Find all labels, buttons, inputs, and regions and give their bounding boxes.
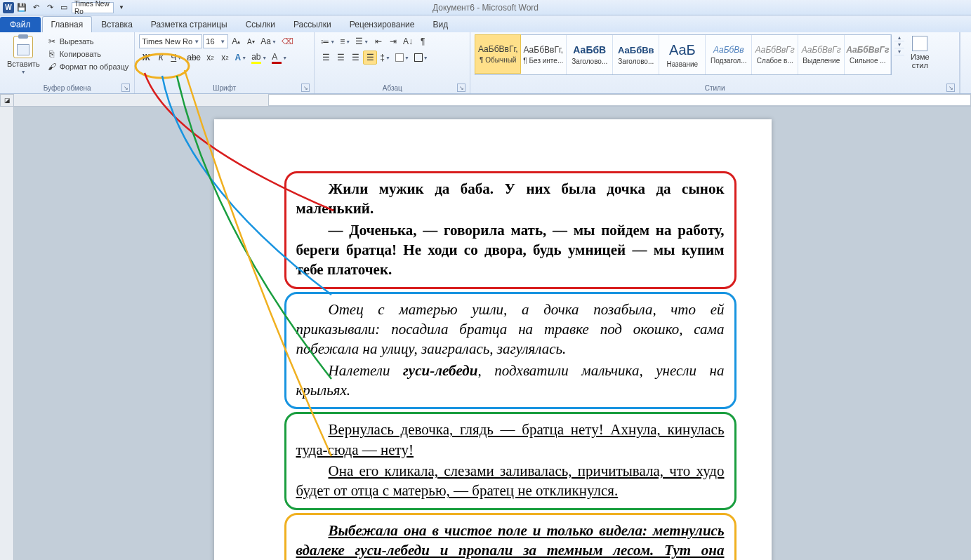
- tab-Ссылки[interactable]: Ссылки: [237, 16, 284, 32]
- style-sample: АаБбВ: [573, 44, 606, 55]
- font-name-combo[interactable]: Times New Ro▼: [139, 34, 202, 48]
- justify-button[interactable]: ☰: [363, 51, 377, 65]
- style-sample: АаБбВвГг,: [478, 44, 518, 54]
- strikethrough-button[interactable]: abc: [185, 51, 202, 65]
- font-color-button[interactable]: A▼: [270, 51, 289, 65]
- styles-gallery[interactable]: АаБбВвГг,¶ ОбычныйАаБбВвГг,¶ Без инте...…: [475, 34, 892, 75]
- tab-Вставка[interactable]: Вставка: [92, 16, 142, 32]
- style-name: Выделение: [802, 57, 840, 65]
- style-sample: АаБбВв: [713, 45, 744, 55]
- tab-Рецензирование[interactable]: Рецензирование: [341, 16, 424, 32]
- grow-font-button[interactable]: A▴: [229, 34, 243, 48]
- superscript-button[interactable]: x2: [218, 51, 232, 65]
- sort-button[interactable]: A↓: [401, 34, 415, 48]
- style-card[interactable]: АаБбВвГгВыделение: [798, 35, 845, 74]
- qat-font-value: Times New Ro: [74, 0, 111, 15]
- brush-icon: 🖌: [47, 62, 57, 72]
- tab-Вид[interactable]: Вид: [423, 16, 457, 32]
- style-card[interactable]: АаБбВвЗаголово...: [613, 35, 659, 74]
- clipboard-dialog-launcher[interactable]: ↘: [121, 84, 130, 92]
- bullets-button[interactable]: ≔▼: [319, 34, 337, 48]
- redo-icon[interactable]: ↷: [44, 1, 56, 14]
- cut-label: Вырезать: [60, 37, 94, 46]
- font-size-combo[interactable]: 16▼: [203, 34, 228, 48]
- text-effects-button[interactable]: A▼: [233, 51, 249, 65]
- style-name: Название: [666, 60, 698, 68]
- file-tab[interactable]: Файл: [0, 17, 41, 32]
- line-spacing-button[interactable]: ‡▼: [378, 51, 392, 65]
- save-icon[interactable]: 💾: [15, 1, 28, 14]
- qat-customize-icon[interactable]: ▼: [115, 1, 128, 14]
- style-card[interactable]: АаБНазвание: [659, 35, 706, 74]
- copy-button[interactable]: ⎘Копировать: [46, 48, 131, 60]
- ribbon-right-edge: [960, 32, 971, 93]
- style-name: ¶ Обычный: [480, 56, 516, 64]
- decrease-indent-button[interactable]: ⇤: [371, 34, 385, 48]
- title-bar: W 💾 ↶ ↷ ▭ Times New Ro ▼ Документ6 - Mic…: [0, 0, 971, 15]
- style-card[interactable]: АаБбВвГг,¶ Обычный: [475, 34, 521, 74]
- change-styles-button[interactable]: Изме стил: [907, 34, 932, 71]
- tab-Рассылки[interactable]: Рассылки: [284, 16, 341, 32]
- style-sample: АаБбВвГг: [802, 45, 841, 55]
- ribbon-tabs: Файл ГлавнаяВставкаРазметка страницыСсыл…: [0, 15, 971, 32]
- paragraph-dialog-launcher[interactable]: ↘: [457, 84, 465, 92]
- font-dialog-launcher[interactable]: ↘: [301, 84, 310, 92]
- change-styles-icon: [912, 36, 927, 51]
- numbering-button[interactable]: ≡▼: [338, 34, 352, 48]
- tab-Разметка страницы[interactable]: Разметка страницы: [142, 16, 237, 32]
- styles-scroll[interactable]: ▴▾▾: [894, 34, 904, 55]
- clear-formatting-button[interactable]: ⌫: [279, 34, 296, 48]
- ribbon: Вставить ▼ ✂Вырезать ⎘Копировать 🖌Формат…: [0, 32, 971, 94]
- style-name: Заголово...: [618, 58, 654, 65]
- align-left-button[interactable]: ☰: [319, 51, 333, 65]
- undo-icon[interactable]: ↶: [29, 1, 42, 14]
- style-name: Заголово...: [572, 58, 607, 65]
- shrink-font-button[interactable]: A▾: [244, 34, 258, 48]
- paste-label: Вставить: [7, 60, 40, 68]
- paste-button[interactable]: Вставить ▼: [4, 34, 43, 76]
- scissors-icon: ✂: [47, 36, 57, 46]
- group-clipboard-label: Буфер обмена↘: [4, 84, 130, 93]
- style-card[interactable]: АаБбВЗаголово...: [567, 35, 613, 74]
- highlight-button[interactable]: ab▼: [249, 51, 269, 65]
- qat-font-combo[interactable]: Times New Ro: [72, 2, 114, 13]
- style-card[interactable]: АаБбВвГг,¶ Без инте...: [520, 35, 567, 74]
- word-app-icon[interactable]: W: [3, 2, 14, 13]
- style-sample: АаБбВв: [618, 45, 654, 55]
- new-doc-icon[interactable]: ▭: [58, 1, 70, 14]
- group-font: Times New Ro▼ 16▼ A▴ A▾ Aa▼ ⌫ Ж К Ч▼ abc…: [135, 32, 315, 93]
- shading-button[interactable]: ▼: [393, 51, 411, 65]
- underline-button[interactable]: Ч▼: [169, 51, 184, 65]
- style-sample: АаБбВвГг,: [523, 45, 563, 55]
- style-card[interactable]: АаБбВвГгСильное ...: [845, 35, 891, 74]
- tab-Главная[interactable]: Главная: [42, 16, 93, 32]
- show-marks-button[interactable]: ¶: [416, 34, 430, 48]
- styles-dialog-launcher[interactable]: ↘: [946, 84, 955, 92]
- italic-button[interactable]: К: [154, 51, 168, 65]
- copy-icon: ⎘: [47, 49, 57, 59]
- style-name: Подзагол...: [711, 57, 746, 65]
- ruler-corner[interactable]: ◪: [0, 94, 14, 107]
- change-styles-label: Изме стил: [911, 53, 930, 69]
- group-font-label: Шрифт↘: [139, 84, 310, 93]
- borders-button[interactable]: ▼: [412, 51, 430, 65]
- horizontal-ruler[interactable]: [14, 94, 971, 107]
- multilevel-button[interactable]: ☰▼: [353, 34, 371, 48]
- group-paragraph-label: Абзац↘: [319, 84, 465, 93]
- style-card[interactable]: АаБбВвПодзагол...: [706, 35, 752, 74]
- cut-button[interactable]: ✂Вырезать: [46, 36, 131, 47]
- align-center-button[interactable]: ☰: [333, 51, 348, 65]
- change-case-button[interactable]: Aa▼: [258, 34, 279, 48]
- style-name: ¶ Без инте...: [523, 57, 563, 65]
- format-painter-label: Формат по образцу: [60, 62, 129, 71]
- bold-button[interactable]: Ж: [139, 51, 153, 65]
- increase-indent-button[interactable]: ⇥: [386, 34, 400, 48]
- format-painter-button[interactable]: 🖌Формат по образцу: [46, 61, 131, 72]
- subscript-button[interactable]: x2: [204, 51, 218, 65]
- style-sample: АаБбВвГг: [755, 45, 795, 55]
- style-card[interactable]: АаБбВвГгСлабое в...: [752, 35, 798, 74]
- align-right-button[interactable]: ☰: [348, 51, 362, 65]
- group-paragraph: ≔▼ ≡▼ ☰▼ ⇤ ⇥ A↓ ¶ ☰ ☰ ☰ ☰ ‡▼ ▼ ▼ Абзац↘: [315, 32, 470, 93]
- quick-access-toolbar: W 💾 ↶ ↷ ▭ Times New Ro ▼: [3, 1, 128, 14]
- style-sample: АаБ: [669, 42, 696, 58]
